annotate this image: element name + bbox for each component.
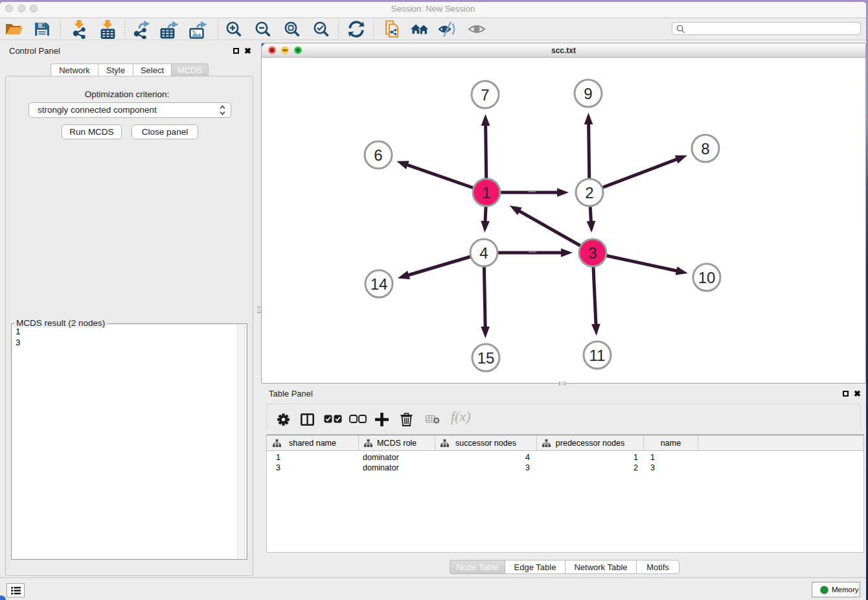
svg-text:9: 9 bbox=[584, 85, 592, 102]
svg-text:6: 6 bbox=[374, 146, 382, 164]
svg-text:3: 3 bbox=[588, 244, 597, 262]
svg-text:14: 14 bbox=[371, 275, 388, 293]
svg-text:2: 2 bbox=[585, 184, 593, 202]
svg-text:10: 10 bbox=[698, 269, 716, 286]
svg-text:1: 1 bbox=[482, 184, 490, 202]
svg-text:7: 7 bbox=[481, 86, 489, 104]
svg-text:4: 4 bbox=[479, 244, 488, 262]
svg-text:8: 8 bbox=[701, 140, 709, 157]
svg-text:15: 15 bbox=[477, 349, 495, 367]
svg-text:11: 11 bbox=[589, 347, 606, 364]
